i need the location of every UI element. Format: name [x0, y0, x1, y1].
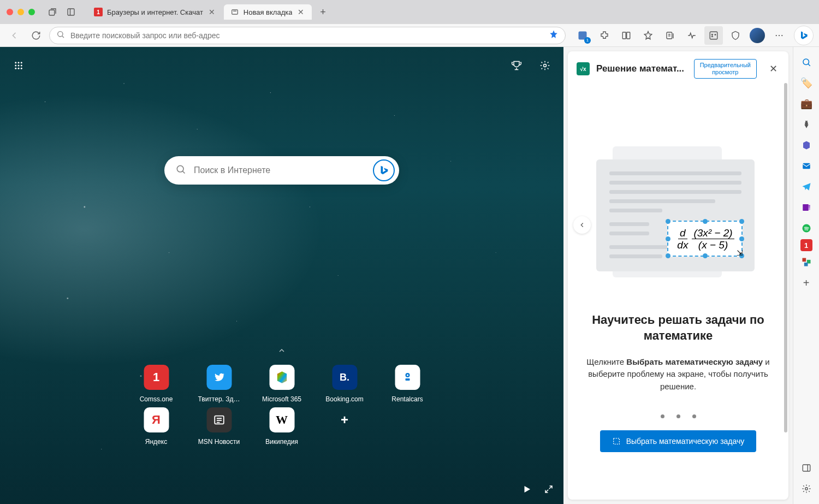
bing-button[interactable]	[794, 26, 814, 45]
sidebar-office-icon[interactable]	[797, 135, 816, 155]
address-input[interactable]	[70, 31, 543, 40]
math-solver-app-icon: √x	[577, 62, 590, 75]
panel-heading: Научитесь решать задачи по математике	[568, 312, 788, 343]
svg-rect-41	[808, 209, 810, 210]
performance-icon[interactable]	[682, 26, 701, 45]
sidebar-comss-icon[interactable]: 1	[800, 239, 812, 251]
tile-m365[interactable]: Microsoft 365	[251, 363, 313, 405]
panel-description: Щелкните Выбрать математическую задачу и…	[568, 356, 788, 393]
expand-icon[interactable]	[544, 484, 554, 496]
tab-2-close-icon[interactable]: ✕	[296, 8, 305, 16]
sidebar-pcs-icon[interactable]	[797, 252, 816, 272]
new-tab-page: 1Comss.one Твиттер. Зд… Microsoft 365 B.…	[0, 47, 563, 504]
svg-point-13	[779, 34, 780, 35]
sidebar-strip: 🏷️ 💼 1 +	[793, 47, 819, 504]
sidebar-outlook-icon[interactable]	[797, 156, 816, 176]
sidebar-spotify-icon[interactable]	[797, 218, 816, 238]
svg-point-25	[177, 165, 183, 172]
svg-point-5	[58, 31, 63, 36]
tab-1-title: Браузеры и интернет. Скачат	[107, 8, 203, 16]
panel-close-icon[interactable]: ✕	[767, 62, 780, 75]
svg-point-23	[21, 68, 22, 69]
vertical-tabs-icon[interactable]	[64, 5, 78, 19]
select-math-problem-button[interactable]: Выбрать математическую задачу	[600, 430, 757, 452]
panel-header: √x Решение математ... Предварительныйпро…	[568, 51, 788, 86]
math-solver-toolbar-icon[interactable]	[704, 26, 723, 45]
address-bar[interactable]	[49, 27, 566, 44]
svg-rect-37	[803, 163, 810, 169]
carousel-dot-1[interactable]	[661, 414, 664, 418]
svg-rect-1	[68, 9, 74, 15]
carousel-dots	[661, 414, 696, 418]
tile-wikipedia[interactable]: WВикипедия	[251, 405, 313, 448]
search-icon	[56, 30, 65, 41]
collections-icon[interactable]	[661, 26, 679, 45]
tile-label: Википедия	[265, 438, 298, 446]
svg-rect-29	[405, 378, 410, 381]
sidebar-hide-icon[interactable]	[797, 458, 816, 478]
tab-strip: 1 Браузеры и интернет. Скачат ✕ Новая вк…	[87, 4, 812, 20]
ntp-search-input[interactable]	[194, 165, 365, 175]
carousel-dot-2[interactable]	[676, 414, 680, 418]
math-solver-panel: √x Решение математ... Предварительныйпро…	[563, 47, 793, 504]
svg-rect-10	[667, 32, 672, 39]
tile-comss[interactable]: 1Comss.one	[125, 363, 188, 405]
ntp-search-box[interactable]	[164, 156, 399, 185]
quick-links-grid: 1Comss.one Твиттер. Зд… Microsoft 365 B.…	[125, 363, 439, 448]
svg-line-36	[808, 64, 810, 66]
tile-yandex[interactable]: ЯЯндекс	[125, 405, 188, 448]
add-tile-button[interactable]: +	[313, 405, 376, 448]
bing-chat-icon[interactable]	[373, 159, 395, 181]
svg-point-21	[15, 68, 16, 69]
profile-avatar[interactable]	[748, 26, 767, 45]
content-area: 1Comss.one Твиттер. Зд… Microsoft 365 B.…	[0, 47, 819, 504]
back-button[interactable]	[5, 27, 23, 44]
new-tab-button[interactable]: +	[315, 4, 330, 20]
browser-essentials-icon[interactable]	[726, 26, 745, 45]
tile-booking[interactable]: B.Booking.com	[313, 363, 376, 405]
sidebar-tools-icon[interactable]: 💼	[797, 94, 816, 114]
tile-label: Яндекс	[145, 438, 167, 446]
tab-2[interactable]: Новая вкладка ✕	[224, 4, 312, 20]
carousel-dot-3[interactable]	[692, 414, 696, 418]
tab-1[interactable]: 1 Браузеры и интернет. Скачат ✕	[87, 4, 223, 20]
tab-1-close-icon[interactable]: ✕	[207, 8, 216, 16]
svg-line-6	[62, 35, 64, 37]
favorites-icon[interactable]	[639, 26, 657, 45]
sidebar-onenote-icon[interactable]	[797, 198, 816, 217]
split-screen-icon[interactable]	[617, 26, 636, 45]
panel-scrollbar[interactable]	[784, 83, 787, 432]
extension-translator-icon[interactable]: 1	[573, 26, 592, 45]
more-menu-icon[interactable]	[770, 26, 788, 45]
sidebar-settings-icon[interactable]	[797, 479, 816, 499]
play-icon[interactable]	[522, 484, 532, 496]
toolbar-actions: 1	[573, 26, 814, 45]
close-window-button[interactable]	[7, 9, 13, 15]
tile-twitter[interactable]: Твиттер. Зд…	[188, 363, 251, 405]
tab-2-favicon	[230, 8, 239, 16]
math-selection-box: ddx (3x² − 2)(x − 5) ⇲	[667, 221, 743, 257]
svg-point-24	[544, 64, 547, 67]
sidebar-shopping-icon[interactable]: 🏷️	[797, 73, 816, 93]
browser-toolbar: 1	[0, 24, 819, 47]
collapse-tiles-icon[interactable]	[277, 346, 286, 357]
panel-title: Решение математ...	[596, 63, 687, 74]
tile-rentalcars[interactable]: Rentalcars	[376, 363, 439, 405]
svg-point-20	[21, 65, 22, 67]
extensions-icon[interactable]	[595, 26, 614, 45]
favorite-star-icon[interactable]	[549, 29, 559, 41]
refresh-button[interactable]	[27, 27, 45, 44]
rewards-icon[interactable]	[507, 56, 526, 75]
tab-actions-icon[interactable]	[46, 5, 59, 19]
sidebar-search-icon[interactable]	[797, 52, 816, 72]
page-settings-icon[interactable]	[535, 56, 555, 75]
sidebar-add-icon[interactable]: +	[797, 273, 816, 293]
sidebar-games-icon[interactable]	[797, 115, 816, 134]
tile-msn-news[interactable]: MSN Новости	[188, 405, 251, 448]
svg-point-22	[18, 68, 20, 69]
carousel-prev-button[interactable]	[573, 216, 591, 234]
maximize-window-button[interactable]	[28, 9, 35, 15]
minimize-window-button[interactable]	[17, 9, 24, 15]
apps-grid-icon[interactable]	[9, 56, 28, 75]
sidebar-telegram-icon[interactable]	[797, 177, 816, 197]
